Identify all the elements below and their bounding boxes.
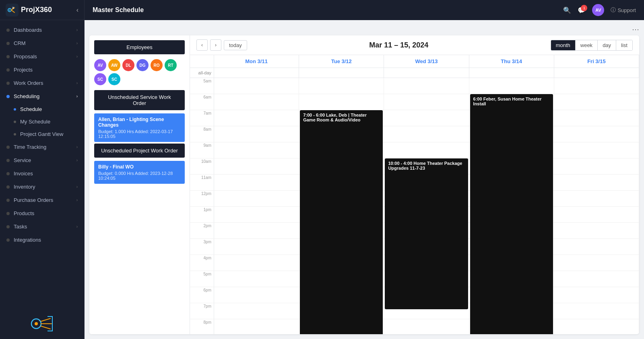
avatar-dg[interactable]: DG (136, 59, 149, 71)
calendar-event-tue[interactable]: 7:00 - 6:00 Lake, Deb | Theater Game Roo… (300, 110, 383, 334)
sidebar-item-products[interactable]: Products (0, 207, 84, 220)
sidebar-subitem-my-schedule[interactable]: My Schedule (0, 115, 84, 128)
time-cell[interactable] (554, 239, 639, 255)
sidebar-subitem-project-gantt[interactable]: Project Gantt View (0, 128, 84, 140)
time-cell[interactable] (384, 319, 469, 334)
time-cell[interactable] (554, 191, 639, 206)
sidebar-item-purchase-orders[interactable]: Purchase Orders › (0, 193, 84, 207)
time-cell[interactable] (214, 191, 299, 206)
nav-dot (6, 146, 10, 149)
time-cell[interactable] (214, 223, 299, 238)
time-cell[interactable] (214, 271, 299, 287)
time-cell[interactable] (214, 94, 299, 110)
time-cell[interactable] (554, 271, 639, 287)
employees-button[interactable]: Employees (94, 40, 185, 54)
time-cell[interactable] (469, 78, 554, 94)
time-cell[interactable] (554, 175, 639, 190)
time-label: 12pm (190, 191, 214, 206)
time-cell[interactable] (384, 110, 469, 126)
sidebar-collapse-button[interactable]: ‹ (76, 6, 78, 14)
time-cell[interactable] (214, 78, 299, 94)
notifications-button[interactable]: 💬 1 (578, 6, 586, 14)
avatar-av[interactable]: AV (94, 59, 106, 71)
unscheduled-project-button[interactable]: Unscheduled Project Work Order (94, 144, 185, 158)
avatar-dl[interactable]: DL (122, 59, 134, 71)
time-cell[interactable] (554, 319, 639, 334)
next-button[interactable]: › (210, 39, 221, 51)
time-cell[interactable] (384, 142, 469, 158)
calendar-scroll-area[interactable]: 5am6am7am8am9am10am11am12pm1pm2pm3pm4pm5… (190, 78, 639, 334)
avatar-sc1[interactable]: SC (94, 73, 106, 85)
avatar-rt[interactable]: RT (165, 59, 177, 71)
time-cell[interactable] (214, 207, 299, 222)
nav-dot (6, 225, 10, 228)
time-cell[interactable] (214, 303, 299, 319)
unscheduled-service-button[interactable]: Unscheduled Service Work Order (94, 90, 185, 110)
prev-button[interactable]: ‹ (196, 39, 208, 51)
bottom-logo-icon (28, 312, 56, 333)
question-icon: ⓘ (611, 6, 616, 14)
sidebar-item-proposals[interactable]: Proposals › (0, 50, 84, 63)
view-day-button[interactable]: day (598, 40, 616, 50)
time-cell[interactable] (214, 287, 299, 303)
time-cell[interactable] (214, 319, 299, 334)
sidebar-item-integrations[interactable]: Integrations (0, 233, 84, 247)
chevron-right-icon: › (76, 54, 78, 59)
time-cell[interactable] (554, 255, 639, 271)
time-cell[interactable] (554, 158, 639, 174)
time-cell[interactable] (214, 142, 299, 158)
sidebar-item-work-orders[interactable]: Work Orders › (0, 76, 84, 90)
time-cell[interactable] (214, 255, 299, 271)
time-cell[interactable] (554, 303, 639, 319)
time-label: 7pm (190, 303, 214, 319)
nav-dot-active (6, 95, 10, 98)
time-cell[interactable] (554, 142, 639, 158)
time-cell[interactable] (299, 78, 384, 94)
sidebar-subitem-schedule[interactable]: Schedule (0, 103, 84, 115)
service-work-order-card[interactable]: Allen, Brian - Lighting Scene Changes Bu… (94, 113, 185, 142)
calendar-event-wed[interactable]: 10:00 - 4:00 Home Theater Package Upgrad… (385, 158, 468, 309)
time-cell[interactable] (554, 78, 639, 94)
time-cell[interactable] (554, 110, 639, 126)
sidebar-item-service[interactable]: Service › (0, 154, 84, 167)
time-cell[interactable] (554, 207, 639, 222)
nav-dot (6, 82, 10, 85)
sidebar-item-scheduling[interactable]: Scheduling › (0, 90, 84, 103)
time-cell[interactable] (214, 239, 299, 255)
time-cell[interactable] (214, 126, 299, 142)
notification-count: 1 (581, 5, 587, 11)
time-cell[interactable] (554, 223, 639, 238)
sidebar-item-tasks[interactable]: Tasks › (0, 220, 84, 233)
sidebar-item-crm[interactable]: CRM › (0, 37, 84, 50)
avatar-sc2[interactable]: SC (108, 73, 120, 85)
time-cell[interactable] (554, 287, 639, 303)
time-cell[interactable] (384, 94, 469, 110)
view-list-button[interactable]: list (616, 40, 632, 50)
user-avatar[interactable]: AV (592, 4, 604, 16)
time-cell[interactable] (384, 126, 469, 142)
avatar-ro[interactable]: RO (151, 59, 163, 71)
calendar-event-thu[interactable]: 6:00 Feber, Susan Home Theater Install (470, 94, 553, 334)
time-cell[interactable] (214, 175, 299, 190)
sidebar-item-inventory[interactable]: Inventory › (0, 180, 84, 193)
sidebar-item-projects[interactable]: Projects (0, 63, 84, 76)
sidebar-item-time-tracking[interactable]: Time Tracking › (0, 140, 84, 154)
more-options-button[interactable]: ⋯ (89, 25, 639, 34)
time-cell[interactable] (384, 78, 469, 94)
project-work-order-card[interactable]: Billy - Final WO Budget: 0.000 Hrs Added… (94, 161, 185, 184)
view-week-button[interactable]: week (576, 40, 598, 50)
time-cell[interactable] (554, 126, 639, 142)
time-cell[interactable] (214, 158, 299, 174)
today-button[interactable]: today (224, 40, 247, 50)
view-month-button[interactable]: month (551, 40, 576, 50)
sidebar-item-invoices[interactable]: Invoices (0, 167, 84, 180)
time-cell[interactable] (299, 94, 384, 110)
logo-icon: X (6, 4, 19, 16)
search-icon[interactable]: 🔍 (563, 6, 571, 14)
support-button[interactable]: ⓘ Support (611, 6, 636, 14)
sidebar-item-label: Dashboards (14, 27, 42, 33)
time-cell[interactable] (214, 110, 299, 126)
sidebar-item-dashboards[interactable]: Dashboards › (0, 23, 84, 37)
time-cell[interactable] (554, 94, 639, 110)
avatar-aw[interactable]: AW (108, 59, 120, 71)
